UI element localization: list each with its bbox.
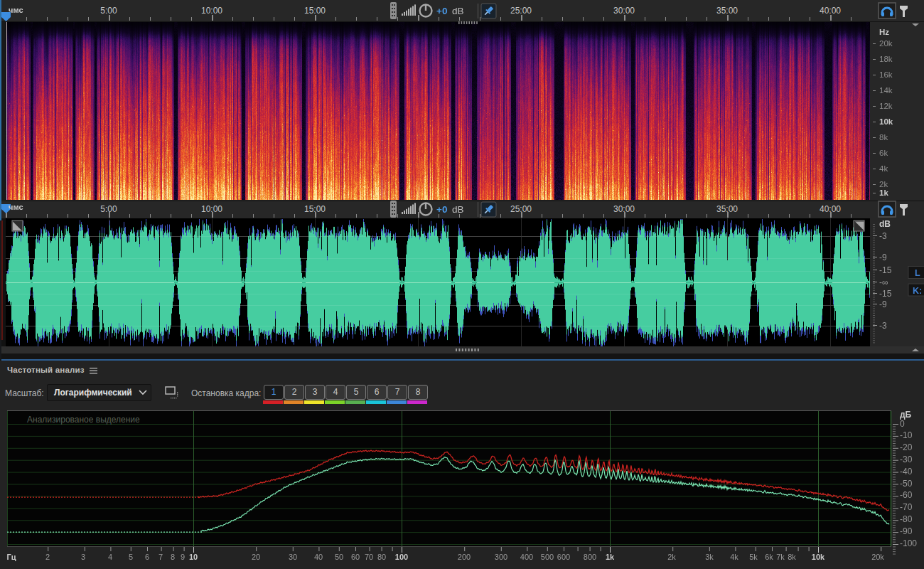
svg-text:L: L — [915, 268, 920, 278]
svg-text:dB: dB — [452, 204, 464, 215]
svg-text:dB: dB — [452, 6, 464, 16]
svg-text:K:: K: — [913, 286, 922, 296]
svg-text:+0: +0 — [436, 204, 447, 215]
svg-text:+0: +0 — [436, 6, 447, 16]
